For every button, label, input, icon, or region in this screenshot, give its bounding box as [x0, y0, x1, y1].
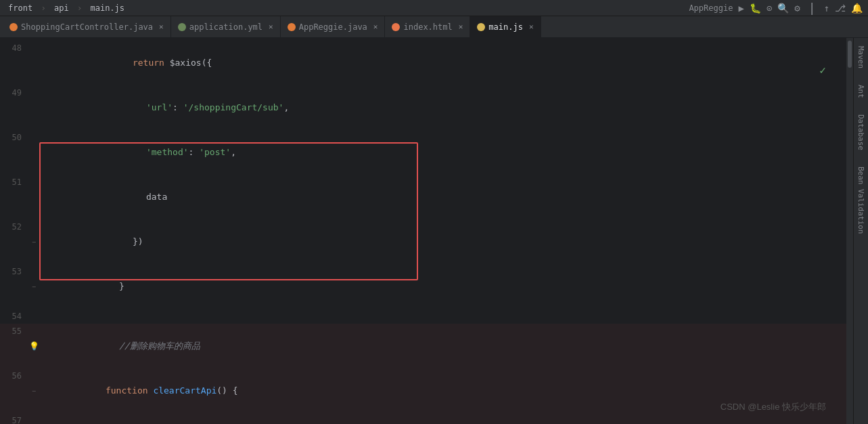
tab-appreggie-label: AppReggie.java — [299, 22, 367, 32]
fold-52: − — [28, 219, 39, 264]
notification-icon[interactable]: 🔔 — [851, 3, 863, 14]
tab-mainjs-label: main.js — [488, 22, 523, 32]
line-49: 49 'url': '/shoppingCart/sub', — [0, 85, 846, 130]
tab-application-label: application.yml — [189, 22, 262, 32]
fold-icon-52[interactable]: − — [32, 238, 36, 246]
right-side: Maven Ant Database Bean Validation — [846, 38, 868, 424]
fold-53: − — [28, 264, 39, 309]
fold-55: 💡 — [28, 324, 39, 368]
tab-mainjs[interactable]: main.js ✕ — [470, 16, 541, 38]
top-nav: front › api › main.js AppReggie ▶ 🐛 ⊙ 🔍 … — [0, 0, 868, 16]
panel-bean-validation[interactable]: Bean Validation — [854, 158, 868, 242]
lc-51: data — [39, 175, 846, 219]
lc-48: return $axios({ — [39, 41, 846, 85]
tab-index[interactable]: index.html ✕ — [385, 16, 470, 38]
tab-shoppingcart[interactable]: ShoppingCartController.java ✕ — [3, 16, 171, 38]
top-right-icons: AppReggie ▶ 🐛 ⊙ 🔍 ⚙ | ↑ ⎇ 🔔 — [689, 1, 863, 15]
tab-application[interactable]: application.yml ✕ — [171, 16, 281, 38]
fold-49 — [28, 85, 39, 130]
lightbulb-55[interactable]: 💡 — [29, 341, 39, 351]
watermark: CSDN @Leslie 快乐少年郎 — [721, 401, 826, 413]
panel-database[interactable]: Database — [854, 106, 868, 158]
lc-50: 'method': 'post', — [39, 130, 846, 175]
java-icon — [9, 23, 18, 31]
fold-51 — [28, 175, 39, 219]
appreggie-java-icon — [288, 23, 296, 31]
ln-51: 51 — [0, 175, 28, 219]
panel-ant[interactable]: Ant — [854, 77, 868, 106]
scrollbar-track[interactable] — [846, 38, 853, 424]
ln-54: 54 — [0, 309, 28, 324]
divider: | — [808, 1, 816, 15]
fold-icon-53[interactable]: − — [32, 283, 36, 291]
line-54: 54 — [0, 309, 846, 324]
fold-icon-56[interactable]: − — [32, 387, 36, 395]
tab-bar: ShoppingCartController.java ✕ applicatio… — [0, 16, 868, 38]
nav-front[interactable]: front — [5, 3, 35, 13]
search-icon[interactable]: 🔍 — [777, 3, 789, 14]
run-icon[interactable]: ▶ — [738, 3, 744, 14]
tab-appreggie[interactable]: AppReggie.java ✕ — [281, 16, 386, 38]
ln-55: 55 — [0, 324, 28, 368]
line-57: 57 − return $axios({ — [0, 413, 846, 424]
fold-54 — [28, 309, 39, 324]
line-51: 51 data — [0, 175, 846, 219]
debug-icon[interactable]: 🐛 — [750, 3, 761, 14]
lc-53: } — [39, 264, 846, 309]
right-panel-tabs: Maven Ant Database Bean Validation — [853, 38, 868, 424]
ln-57: 57 — [0, 413, 28, 424]
ln-52: 52 — [0, 219, 28, 264]
code-editor[interactable]: ✓ 48 return $axios({ 49 — [0, 38, 846, 424]
tab-shoppingcart-label: ShoppingCartController.java — [21, 22, 153, 32]
code-lines: 48 return $axios({ 49 'url': '/shoppingC… — [0, 38, 846, 424]
lc-49: 'url': '/shoppingCart/sub', — [39, 85, 846, 130]
tab-close-application[interactable]: ✕ — [269, 23, 273, 30]
ln-56: 56 — [0, 368, 28, 413]
js-icon — [477, 23, 485, 31]
nav-mainjs[interactable]: main.js — [87, 3, 127, 13]
update-icon[interactable]: ↑ — [824, 3, 829, 14]
tab-index-label: index.html — [403, 22, 452, 32]
ln-49: 49 — [0, 85, 28, 130]
git-icon[interactable]: ⎇ — [835, 3, 846, 14]
editor-container: front › api › main.js AppReggie ▶ 🐛 ⊙ 🔍 … — [0, 0, 868, 424]
scrollbar-thumb[interactable] — [848, 41, 852, 68]
line-56: 56 − function clearCartApi() { — [0, 368, 846, 413]
nav-api[interactable]: api — [51, 3, 72, 13]
lc-55: //删除购物车的商品 — [39, 324, 846, 368]
ln-50: 50 — [0, 130, 28, 175]
line-53: 53 − } — [0, 264, 846, 309]
line-52: 52 − }) — [0, 219, 846, 264]
lc-54 — [39, 309, 846, 324]
fold-48 — [28, 41, 39, 85]
tab-close-index[interactable]: ✕ — [459, 23, 463, 30]
tab-close-shoppingcart[interactable]: ✕ — [159, 23, 164, 30]
ln-48: 48 — [0, 41, 28, 85]
lc-57: return $axios({ — [39, 413, 846, 424]
run-config-label[interactable]: AppReggie — [689, 3, 733, 13]
tab-close-mainjs[interactable]: ✕ — [529, 23, 534, 30]
line-55: 55 💡 //删除购物车的商品 — [0, 324, 846, 368]
fold-50 — [28, 130, 39, 175]
line-48: 48 return $axios({ — [0, 41, 846, 85]
main-area: ✓ 48 return $axios({ 49 — [0, 38, 868, 424]
lc-52: }) — [39, 219, 846, 264]
fold-56: − — [28, 368, 39, 413]
fold-57: − — [28, 413, 39, 424]
settings-icon[interactable]: ⚙ — [794, 3, 800, 14]
html-icon — [392, 23, 400, 31]
yml-icon — [178, 23, 186, 31]
ln-53: 53 — [0, 264, 28, 309]
tab-close-appreggie[interactable]: ✕ — [373, 23, 378, 30]
line-50: 50 'method': 'post', — [0, 130, 846, 175]
coverage-icon[interactable]: ⊙ — [767, 3, 772, 14]
panel-maven[interactable]: Maven — [854, 38, 868, 77]
